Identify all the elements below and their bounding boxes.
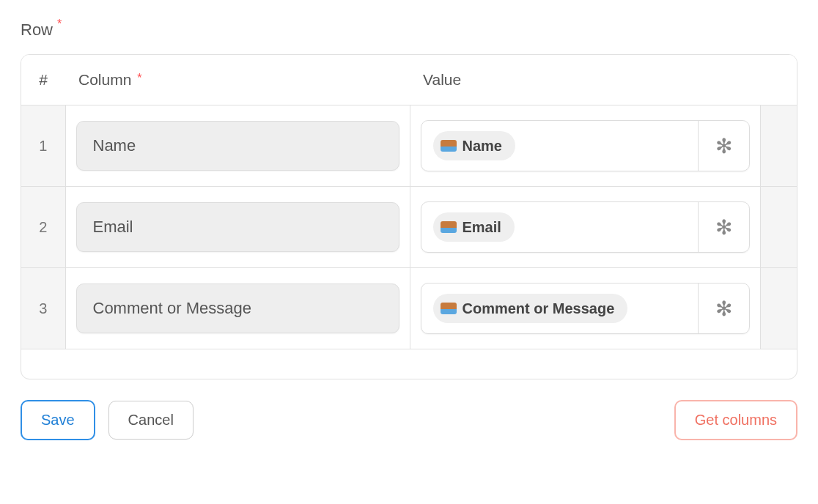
row-table: # Column * Value 1 <box>21 54 797 379</box>
value-pill[interactable]: Name <box>433 131 515 160</box>
value-action-button[interactable]: ✻ <box>698 202 749 252</box>
value-pill-text: Comment or Message <box>463 300 615 317</box>
column-input[interactable] <box>76 284 399 333</box>
header-column-text: Column <box>78 71 131 88</box>
row-trailing <box>760 105 797 187</box>
row-index: 3 <box>21 268 65 349</box>
section-label: Row * <box>21 21 797 40</box>
save-button[interactable]: Save <box>21 400 95 440</box>
row-trailing <box>760 268 797 349</box>
value-pill-text: Email <box>463 218 501 236</box>
value-pill-text: Name <box>463 137 502 155</box>
header-column: Column * <box>65 55 410 105</box>
required-star-icon: * <box>137 72 141 84</box>
header-value-text: Value <box>423 71 461 88</box>
required-star-icon: * <box>57 18 62 31</box>
table-footer-row <box>21 349 797 379</box>
value-field[interactable]: Name ✻ <box>421 120 750 171</box>
value-action-button[interactable]: ✻ <box>698 284 749 333</box>
section-label-text: Row <box>21 21 53 40</box>
field-token-icon <box>441 303 457 314</box>
value-pill[interactable]: Email <box>433 212 515 242</box>
row-index: 1 <box>21 105 65 187</box>
asterisk-icon: ✻ <box>715 215 732 240</box>
get-columns-button[interactable]: Get columns <box>674 400 797 440</box>
table-row: 1 Name ✻ <box>21 105 797 187</box>
asterisk-icon: ✻ <box>715 134 732 158</box>
asterisk-icon: ✻ <box>715 297 732 321</box>
value-field[interactable]: Comment or Message ✻ <box>421 283 750 334</box>
row-trailing <box>760 187 797 268</box>
field-token-icon <box>441 140 457 152</box>
header-trailing <box>760 55 797 105</box>
column-input[interactable] <box>76 121 399 171</box>
header-index-text: # <box>39 71 48 88</box>
value-action-button[interactable]: ✻ <box>698 121 749 171</box>
value-field[interactable]: Email ✻ <box>421 201 750 253</box>
value-pill[interactable]: Comment or Message <box>433 294 628 323</box>
field-token-icon <box>441 221 457 233</box>
header-value: Value <box>410 55 760 105</box>
table-row: 3 Comment or Message ✻ <box>21 268 797 349</box>
row-index: 2 <box>21 187 65 268</box>
actions-row: Save Cancel Get columns <box>21 400 797 440</box>
table-row: 2 Email ✻ <box>21 187 797 268</box>
header-index: # <box>21 55 65 105</box>
cancel-button[interactable]: Cancel <box>108 401 194 440</box>
column-input[interactable] <box>76 202 399 252</box>
